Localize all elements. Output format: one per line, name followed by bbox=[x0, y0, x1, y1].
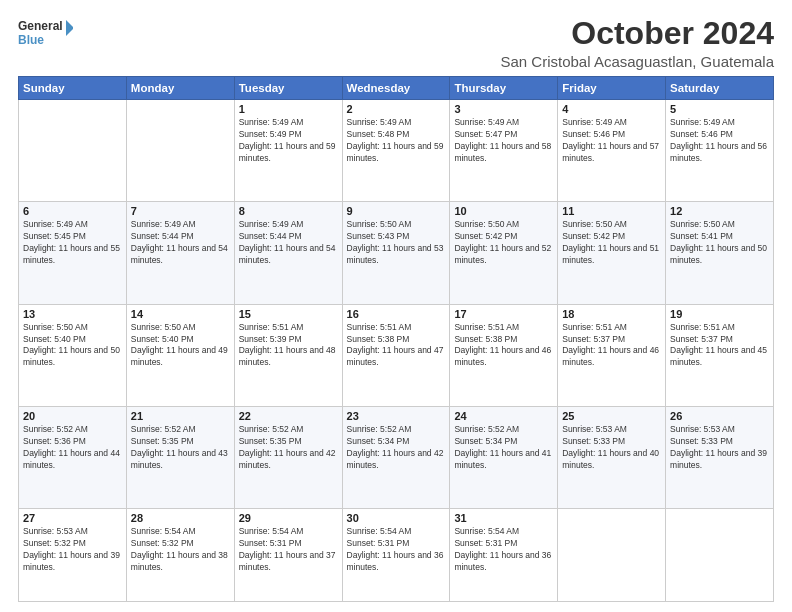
calendar-cell: 12Sunrise: 5:50 AM Sunset: 5:41 PM Dayli… bbox=[666, 202, 774, 304]
calendar-cell: 17Sunrise: 5:51 AM Sunset: 5:38 PM Dayli… bbox=[450, 304, 558, 406]
day-info: Sunrise: 5:49 AM Sunset: 5:45 PM Dayligh… bbox=[23, 219, 122, 267]
calendar-cell: 26Sunrise: 5:53 AM Sunset: 5:33 PM Dayli… bbox=[666, 406, 774, 508]
calendar-cell: 19Sunrise: 5:51 AM Sunset: 5:37 PM Dayli… bbox=[666, 304, 774, 406]
title-block: October 2024 San Cristobal Acasaguastlan… bbox=[501, 16, 775, 70]
weekday-header: Tuesday bbox=[234, 77, 342, 100]
calendar-week-row: 1Sunrise: 5:49 AM Sunset: 5:49 PM Daylig… bbox=[19, 100, 774, 202]
day-info: Sunrise: 5:51 AM Sunset: 5:37 PM Dayligh… bbox=[670, 322, 769, 370]
calendar-week-row: 20Sunrise: 5:52 AM Sunset: 5:36 PM Dayli… bbox=[19, 406, 774, 508]
day-info: Sunrise: 5:52 AM Sunset: 5:35 PM Dayligh… bbox=[131, 424, 230, 472]
day-info: Sunrise: 5:52 AM Sunset: 5:34 PM Dayligh… bbox=[347, 424, 446, 472]
day-number: 9 bbox=[347, 205, 446, 217]
calendar-cell: 28Sunrise: 5:54 AM Sunset: 5:32 PM Dayli… bbox=[126, 509, 234, 602]
day-info: Sunrise: 5:49 AM Sunset: 5:49 PM Dayligh… bbox=[239, 117, 338, 165]
calendar-table: SundayMondayTuesdayWednesdayThursdayFrid… bbox=[18, 76, 774, 602]
calendar-cell bbox=[19, 100, 127, 202]
day-info: Sunrise: 5:51 AM Sunset: 5:37 PM Dayligh… bbox=[562, 322, 661, 370]
day-number: 11 bbox=[562, 205, 661, 217]
day-info: Sunrise: 5:49 AM Sunset: 5:46 PM Dayligh… bbox=[562, 117, 661, 165]
calendar-cell: 23Sunrise: 5:52 AM Sunset: 5:34 PM Dayli… bbox=[342, 406, 450, 508]
calendar-cell: 1Sunrise: 5:49 AM Sunset: 5:49 PM Daylig… bbox=[234, 100, 342, 202]
calendar-cell: 30Sunrise: 5:54 AM Sunset: 5:31 PM Dayli… bbox=[342, 509, 450, 602]
calendar-week-row: 27Sunrise: 5:53 AM Sunset: 5:32 PM Dayli… bbox=[19, 509, 774, 602]
day-info: Sunrise: 5:50 AM Sunset: 5:42 PM Dayligh… bbox=[454, 219, 553, 267]
weekday-header: Sunday bbox=[19, 77, 127, 100]
calendar-cell: 10Sunrise: 5:50 AM Sunset: 5:42 PM Dayli… bbox=[450, 202, 558, 304]
calendar-cell: 14Sunrise: 5:50 AM Sunset: 5:40 PM Dayli… bbox=[126, 304, 234, 406]
month-title: October 2024 bbox=[501, 16, 775, 51]
calendar-cell: 4Sunrise: 5:49 AM Sunset: 5:46 PM Daylig… bbox=[558, 100, 666, 202]
day-number: 30 bbox=[347, 512, 446, 524]
day-number: 26 bbox=[670, 410, 769, 422]
calendar-cell: 24Sunrise: 5:52 AM Sunset: 5:34 PM Dayli… bbox=[450, 406, 558, 508]
weekday-header: Monday bbox=[126, 77, 234, 100]
calendar-cell: 20Sunrise: 5:52 AM Sunset: 5:36 PM Dayli… bbox=[19, 406, 127, 508]
day-number: 24 bbox=[454, 410, 553, 422]
day-info: Sunrise: 5:51 AM Sunset: 5:38 PM Dayligh… bbox=[347, 322, 446, 370]
day-number: 12 bbox=[670, 205, 769, 217]
day-number: 29 bbox=[239, 512, 338, 524]
day-number: 23 bbox=[347, 410, 446, 422]
day-number: 18 bbox=[562, 308, 661, 320]
calendar-cell bbox=[666, 509, 774, 602]
day-number: 3 bbox=[454, 103, 553, 115]
calendar-cell: 21Sunrise: 5:52 AM Sunset: 5:35 PM Dayli… bbox=[126, 406, 234, 508]
svg-text:General: General bbox=[18, 19, 63, 33]
calendar-cell: 11Sunrise: 5:50 AM Sunset: 5:42 PM Dayli… bbox=[558, 202, 666, 304]
logo: General Blue bbox=[18, 16, 73, 52]
day-info: Sunrise: 5:50 AM Sunset: 5:41 PM Dayligh… bbox=[670, 219, 769, 267]
day-info: Sunrise: 5:49 AM Sunset: 5:46 PM Dayligh… bbox=[670, 117, 769, 165]
weekday-header: Saturday bbox=[666, 77, 774, 100]
day-info: Sunrise: 5:49 AM Sunset: 5:44 PM Dayligh… bbox=[239, 219, 338, 267]
calendar-cell: 7Sunrise: 5:49 AM Sunset: 5:44 PM Daylig… bbox=[126, 202, 234, 304]
day-number: 7 bbox=[131, 205, 230, 217]
calendar-cell: 25Sunrise: 5:53 AM Sunset: 5:33 PM Dayli… bbox=[558, 406, 666, 508]
calendar-cell: 8Sunrise: 5:49 AM Sunset: 5:44 PM Daylig… bbox=[234, 202, 342, 304]
day-info: Sunrise: 5:52 AM Sunset: 5:35 PM Dayligh… bbox=[239, 424, 338, 472]
calendar-week-row: 6Sunrise: 5:49 AM Sunset: 5:45 PM Daylig… bbox=[19, 202, 774, 304]
calendar-cell: 2Sunrise: 5:49 AM Sunset: 5:48 PM Daylig… bbox=[342, 100, 450, 202]
day-info: Sunrise: 5:51 AM Sunset: 5:38 PM Dayligh… bbox=[454, 322, 553, 370]
calendar-cell: 9Sunrise: 5:50 AM Sunset: 5:43 PM Daylig… bbox=[342, 202, 450, 304]
day-number: 17 bbox=[454, 308, 553, 320]
day-number: 5 bbox=[670, 103, 769, 115]
day-number: 6 bbox=[23, 205, 122, 217]
day-number: 1 bbox=[239, 103, 338, 115]
calendar-cell: 16Sunrise: 5:51 AM Sunset: 5:38 PM Dayli… bbox=[342, 304, 450, 406]
day-info: Sunrise: 5:53 AM Sunset: 5:33 PM Dayligh… bbox=[562, 424, 661, 472]
calendar-cell: 27Sunrise: 5:53 AM Sunset: 5:32 PM Dayli… bbox=[19, 509, 127, 602]
day-info: Sunrise: 5:49 AM Sunset: 5:44 PM Dayligh… bbox=[131, 219, 230, 267]
calendar-cell: 29Sunrise: 5:54 AM Sunset: 5:31 PM Dayli… bbox=[234, 509, 342, 602]
day-info: Sunrise: 5:50 AM Sunset: 5:43 PM Dayligh… bbox=[347, 219, 446, 267]
day-number: 22 bbox=[239, 410, 338, 422]
calendar-cell: 3Sunrise: 5:49 AM Sunset: 5:47 PM Daylig… bbox=[450, 100, 558, 202]
day-info: Sunrise: 5:52 AM Sunset: 5:36 PM Dayligh… bbox=[23, 424, 122, 472]
calendar-cell bbox=[126, 100, 234, 202]
weekday-header-row: SundayMondayTuesdayWednesdayThursdayFrid… bbox=[19, 77, 774, 100]
calendar-cell: 22Sunrise: 5:52 AM Sunset: 5:35 PM Dayli… bbox=[234, 406, 342, 508]
day-number: 16 bbox=[347, 308, 446, 320]
day-info: Sunrise: 5:54 AM Sunset: 5:31 PM Dayligh… bbox=[454, 526, 553, 574]
page: General Blue October 2024 San Cristobal … bbox=[0, 0, 792, 612]
day-info: Sunrise: 5:53 AM Sunset: 5:33 PM Dayligh… bbox=[670, 424, 769, 472]
day-number: 25 bbox=[562, 410, 661, 422]
svg-marker-2 bbox=[66, 20, 73, 36]
day-info: Sunrise: 5:50 AM Sunset: 5:42 PM Dayligh… bbox=[562, 219, 661, 267]
subtitle: San Cristobal Acasaguastlan, Guatemala bbox=[501, 53, 775, 70]
day-number: 21 bbox=[131, 410, 230, 422]
day-number: 2 bbox=[347, 103, 446, 115]
day-number: 19 bbox=[670, 308, 769, 320]
calendar-cell: 18Sunrise: 5:51 AM Sunset: 5:37 PM Dayli… bbox=[558, 304, 666, 406]
calendar-week-row: 13Sunrise: 5:50 AM Sunset: 5:40 PM Dayli… bbox=[19, 304, 774, 406]
day-number: 14 bbox=[131, 308, 230, 320]
calendar-cell: 15Sunrise: 5:51 AM Sunset: 5:39 PM Dayli… bbox=[234, 304, 342, 406]
day-number: 20 bbox=[23, 410, 122, 422]
day-number: 15 bbox=[239, 308, 338, 320]
svg-text:Blue: Blue bbox=[18, 33, 44, 47]
header: General Blue October 2024 San Cristobal … bbox=[18, 16, 774, 70]
calendar-cell: 31Sunrise: 5:54 AM Sunset: 5:31 PM Dayli… bbox=[450, 509, 558, 602]
day-info: Sunrise: 5:54 AM Sunset: 5:31 PM Dayligh… bbox=[239, 526, 338, 574]
day-info: Sunrise: 5:54 AM Sunset: 5:32 PM Dayligh… bbox=[131, 526, 230, 574]
day-info: Sunrise: 5:52 AM Sunset: 5:34 PM Dayligh… bbox=[454, 424, 553, 472]
day-info: Sunrise: 5:50 AM Sunset: 5:40 PM Dayligh… bbox=[131, 322, 230, 370]
